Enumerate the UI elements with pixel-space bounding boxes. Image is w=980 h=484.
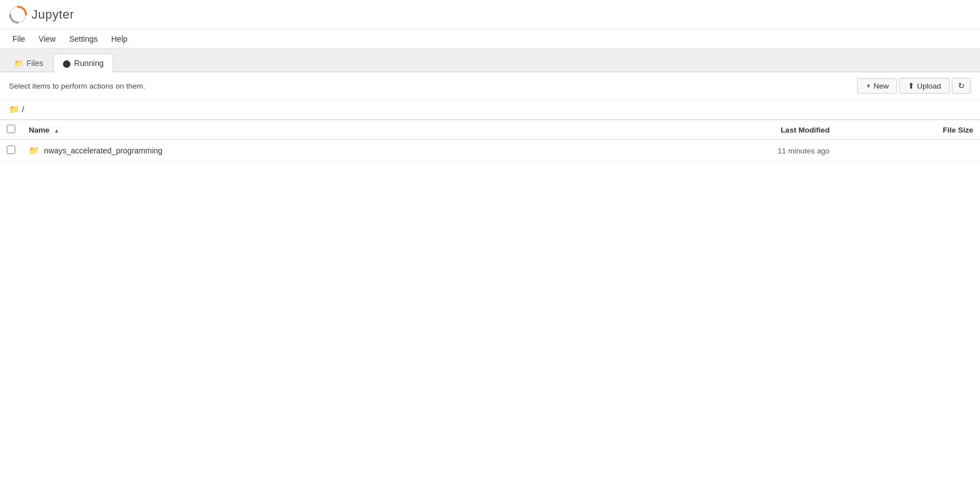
row-modified-cell: 11 minutes ago bbox=[597, 140, 836, 162]
folder-tab-icon: 📁 bbox=[14, 59, 23, 68]
logo: Jupyter bbox=[9, 6, 74, 24]
menu-file[interactable]: File bbox=[7, 33, 31, 45]
header-file-size-label: File Size bbox=[943, 126, 973, 134]
app-header: Jupyter bbox=[0, 0, 980, 29]
tab-files-label: Files bbox=[27, 59, 43, 68]
refresh-icon: ↻ bbox=[958, 81, 965, 90]
tab-running-label: Running bbox=[74, 59, 104, 68]
row-name-link[interactable]: nways_accelerated_programming bbox=[44, 146, 162, 155]
header-name[interactable]: Name ▲ bbox=[22, 120, 597, 140]
breadcrumb-folder-icon: 📁 bbox=[9, 104, 20, 115]
breadcrumb-path: / bbox=[22, 105, 24, 114]
app-title: Jupyter bbox=[32, 7, 74, 22]
header-checkbox-cell bbox=[0, 120, 22, 140]
row-folder-icon: 📁 bbox=[29, 146, 39, 156]
row-name-cell: 📁 nways_accelerated_programming bbox=[22, 140, 597, 162]
tabbar: 📁 Files ⬤ Running bbox=[0, 49, 980, 72]
running-tab-icon: ⬤ bbox=[63, 59, 71, 68]
header-last-modified[interactable]: Last Modified bbox=[597, 120, 836, 140]
table-header-row: Name ▲ Last Modified File Size bbox=[0, 120, 980, 140]
sort-ascending-icon: ▲ bbox=[54, 127, 60, 134]
upload-icon: ⬆ bbox=[908, 81, 915, 90]
toolbar-select-message: Select items to perform actions on them. bbox=[9, 82, 145, 90]
menubar: File View Settings Help bbox=[0, 29, 980, 49]
new-dropdown-arrow: ▼ bbox=[866, 83, 871, 89]
select-all-checkbox[interactable] bbox=[7, 125, 15, 133]
toolbar-actions: ▼ New ⬆ Upload ↻ bbox=[857, 78, 971, 94]
upload-button-label: Upload bbox=[917, 82, 941, 90]
row-checkbox-cell bbox=[0, 140, 22, 162]
row-size-cell bbox=[836, 140, 980, 162]
tab-running[interactable]: ⬤ Running bbox=[53, 54, 113, 72]
tab-files[interactable]: 📁 Files bbox=[5, 54, 53, 72]
new-button[interactable]: ▼ New bbox=[857, 78, 897, 94]
menu-view[interactable]: View bbox=[33, 33, 61, 45]
table-row: 📁 nways_accelerated_programming 11 minut… bbox=[0, 140, 980, 162]
new-button-label: New bbox=[873, 82, 889, 90]
file-table: Name ▲ Last Modified File Size 📁 nways_a… bbox=[0, 120, 980, 162]
breadcrumb: 📁 / bbox=[0, 100, 980, 120]
header-file-size[interactable]: File Size bbox=[836, 120, 980, 140]
refresh-button[interactable]: ↻ bbox=[952, 78, 971, 94]
row-select-checkbox[interactable] bbox=[7, 146, 15, 154]
jupyter-logo-icon bbox=[9, 6, 27, 24]
menu-settings[interactable]: Settings bbox=[64, 33, 104, 45]
header-name-label: Name bbox=[29, 126, 50, 134]
header-last-modified-label: Last Modified bbox=[780, 126, 829, 134]
menu-help[interactable]: Help bbox=[105, 33, 133, 45]
upload-button[interactable]: ⬆ Upload bbox=[899, 78, 950, 94]
toolbar: Select items to perform actions on them.… bbox=[0, 72, 980, 100]
